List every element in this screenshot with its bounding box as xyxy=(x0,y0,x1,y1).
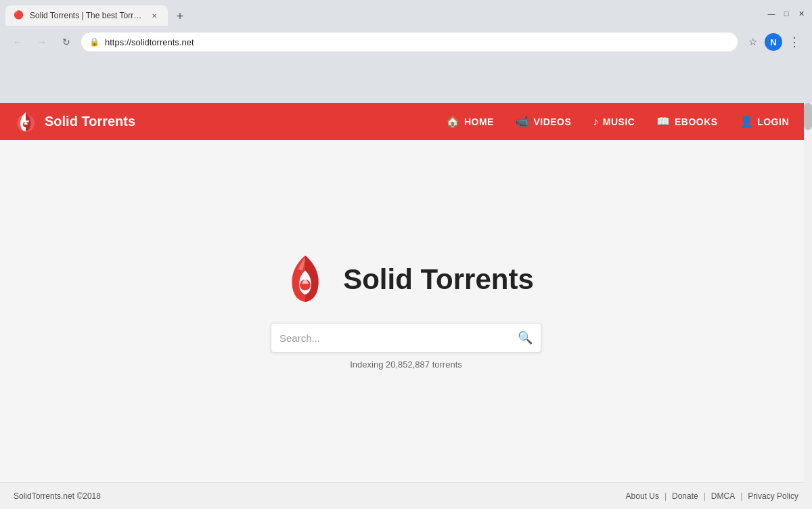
tab-title: Solid Torrents | The best Torrent xyxy=(30,11,143,20)
footer: SolidTorrents.net ©2018 About Us | Donat… xyxy=(0,482,812,509)
footer-privacy-link[interactable]: Privacy Policy xyxy=(748,491,798,501)
site-nav-links: 🏠 HOME 📹 VIDEOS ♪ MUSIC 📖 EBOOKS 👤 LOGIN xyxy=(436,110,798,133)
nav-ebooks[interactable]: 📖 EBOOKS xyxy=(647,110,727,133)
footer-sep-1: | xyxy=(664,491,667,501)
webpage: Solid Torrents 🏠 HOME 📹 VIDEOS ♪ MUSIC 📖… xyxy=(0,103,812,509)
menu-button[interactable]: ⋮ xyxy=(785,32,804,51)
ebooks-icon: 📖 xyxy=(656,115,671,128)
minimize-button[interactable]: — xyxy=(766,8,777,19)
url-text: https://solidtorrents.net xyxy=(105,37,729,47)
hero-logo: Solid Torrents xyxy=(278,252,534,307)
address-bar: ← → ↻ 🔒 https://solidtorrents.net ☆ N ⋮ xyxy=(0,27,812,57)
back-button[interactable]: ← xyxy=(8,32,27,51)
main-content: Solid Torrents Search... 🔍 Indexing 20,8… xyxy=(0,140,812,482)
forward-button[interactable]: → xyxy=(32,32,51,51)
site-title-nav: Solid Torrents xyxy=(45,114,135,129)
nav-music[interactable]: ♪ MUSIC xyxy=(583,110,644,133)
music-icon: ♪ xyxy=(593,116,599,128)
hero-title: Solid Torrents xyxy=(343,263,534,296)
active-tab[interactable]: 🔴 Solid Torrents | The best Torrent ✕ xyxy=(5,5,168,26)
window-controls: — □ ✕ xyxy=(766,8,807,19)
lock-icon: 🔒 xyxy=(89,37,99,47)
footer-copyright: SolidTorrents.net ©2018 xyxy=(14,491,101,501)
login-icon: 👤 xyxy=(740,115,754,128)
nav-home-label: HOME xyxy=(464,116,494,127)
close-button[interactable]: ✕ xyxy=(796,8,807,19)
title-bar: 🔴 Solid Torrents | The best Torrent ✕ + … xyxy=(0,0,812,27)
footer-sep-3: | xyxy=(740,491,742,501)
home-icon: 🏠 xyxy=(446,115,460,128)
search-bar-container: Search... 🔍 Indexing 20,852,887 torrents xyxy=(271,323,541,370)
footer-donate-link[interactable]: Donate xyxy=(672,491,698,501)
browser-chrome: 🔴 Solid Torrents | The best Torrent ✕ + … xyxy=(0,0,812,103)
star-icon: ☆ xyxy=(748,36,757,48)
search-placeholder: Search... xyxy=(279,332,518,344)
footer-about-link[interactable]: About Us xyxy=(626,491,659,501)
scrollbar-thumb[interactable] xyxy=(804,103,812,130)
new-tab-button[interactable]: + xyxy=(171,7,189,26)
tab-bar: 🔴 Solid Torrents | The best Torrent ✕ + xyxy=(5,1,761,26)
more-icon: ⋮ xyxy=(788,35,800,49)
nav-login-label: LOGIN xyxy=(757,116,789,127)
site-logo: Solid Torrents xyxy=(14,110,135,134)
search-bar[interactable]: Search... 🔍 xyxy=(271,323,541,353)
url-bar[interactable]: 🔒 https://solidtorrents.net xyxy=(81,32,738,51)
tab-favicon: 🔴 xyxy=(14,10,24,21)
site-navbar: Solid Torrents 🏠 HOME 📹 VIDEOS ♪ MUSIC 📖… xyxy=(0,103,812,140)
maximize-button[interactable]: □ xyxy=(781,8,792,19)
scrollbar[interactable] xyxy=(804,103,812,509)
reload-button[interactable]: ↻ xyxy=(57,32,76,51)
footer-dmca-link[interactable]: DMCA xyxy=(711,491,735,501)
footer-links: About Us | Donate | DMCA | Privacy Polic… xyxy=(626,491,798,501)
search-button[interactable]: 🔍 xyxy=(518,330,533,345)
nav-login[interactable]: 👤 LOGIN xyxy=(730,110,798,133)
nav-ebooks-label: EBOOKS xyxy=(675,116,718,127)
bookmark-button[interactable]: ☆ xyxy=(743,32,762,51)
hero-logo-icon xyxy=(278,252,332,307)
nav-music-label: MUSIC xyxy=(603,116,635,127)
user-avatar[interactable]: N xyxy=(765,33,782,51)
video-icon: 📹 xyxy=(516,115,530,128)
nav-videos[interactable]: 📹 VIDEOS xyxy=(506,110,581,133)
nav-videos-label: VIDEOS xyxy=(533,116,571,127)
footer-sep-2: | xyxy=(704,491,706,501)
hero-section: Solid Torrents Search... 🔍 Indexing 20,8… xyxy=(271,252,541,370)
indexing-text: Indexing 20,852,887 torrents xyxy=(350,359,462,370)
logo-icon xyxy=(14,110,38,134)
toolbar-right: ☆ N ⋮ xyxy=(743,32,804,51)
nav-home[interactable]: 🏠 HOME xyxy=(436,110,503,133)
tab-close-button[interactable]: ✕ xyxy=(149,10,160,21)
